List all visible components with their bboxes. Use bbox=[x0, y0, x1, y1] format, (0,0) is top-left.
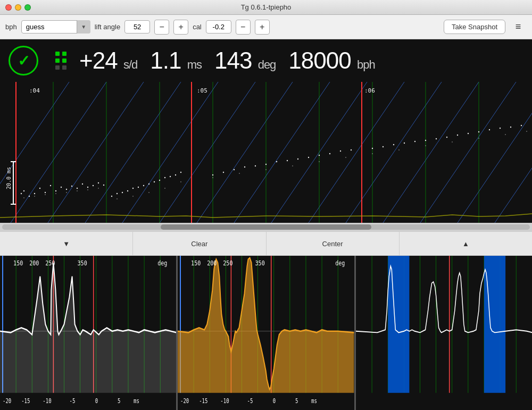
svg-text:0: 0 bbox=[95, 397, 98, 404]
svg-point-117 bbox=[452, 141, 453, 143]
waveform-scrollbar[interactable] bbox=[0, 223, 532, 231]
svg-point-68 bbox=[234, 169, 235, 170]
svg-point-50 bbox=[98, 182, 99, 183]
dot-2 bbox=[62, 52, 66, 56]
svg-point-45 bbox=[71, 186, 72, 187]
window-title: Tg 0.6.1-tpiepho bbox=[241, 3, 292, 11]
svg-point-44 bbox=[66, 189, 67, 190]
panel-blue-svg bbox=[356, 256, 532, 410]
minimize-button[interactable] bbox=[15, 4, 21, 11]
panel-yellow[interactable]: 150 200 250 350 deg -20 -15 -10 -5 0 5 m… bbox=[178, 256, 355, 410]
center-button[interactable]: Center bbox=[267, 232, 400, 255]
dot-6 bbox=[62, 65, 66, 70]
lift-angle-input[interactable] bbox=[124, 20, 150, 34]
svg-point-113 bbox=[345, 157, 346, 158]
bph-value: 18000 bph bbox=[288, 47, 375, 73]
scrollbar-track[interactable] bbox=[2, 224, 530, 230]
waveform-chart[interactable]: :04 :05 :06 20.0 ms bbox=[0, 82, 532, 223]
svg-point-39 bbox=[39, 188, 40, 189]
svg-point-98 bbox=[55, 193, 56, 194]
svg-point-97 bbox=[45, 194, 46, 195]
svg-point-120 bbox=[526, 131, 527, 132]
svg-point-65 bbox=[180, 172, 181, 173]
svg-point-40 bbox=[45, 192, 46, 193]
svg-point-102 bbox=[98, 188, 99, 189]
svg-point-85 bbox=[425, 140, 426, 141]
svg-point-70 bbox=[255, 165, 256, 166]
svg-point-89 bbox=[468, 133, 469, 134]
beat-value: 1.1 ms bbox=[150, 47, 202, 73]
snapshot-button[interactable]: Take Snapshot bbox=[444, 20, 505, 34]
svg-text:150: 150 bbox=[191, 259, 201, 267]
panel-white[interactable]: 150 200 250 350 deg -20 -15 -10 -5 0 5 m… bbox=[0, 256, 178, 410]
guess-select-wrapper[interactable]: guess 18000 21600 28800 36000 ▼ bbox=[21, 20, 90, 34]
svg-point-76 bbox=[319, 155, 320, 156]
svg-rect-177 bbox=[356, 256, 532, 410]
bph-label: bph bbox=[5, 23, 17, 31]
svg-point-49 bbox=[93, 185, 94, 186]
svg-text::04: :04 bbox=[29, 87, 40, 94]
svg-point-101 bbox=[87, 189, 88, 190]
svg-point-106 bbox=[164, 188, 165, 189]
svg-point-95 bbox=[23, 197, 24, 198]
cal-input[interactable] bbox=[206, 20, 231, 34]
svg-point-116 bbox=[425, 145, 426, 146]
window-controls[interactable] bbox=[5, 4, 31, 11]
svg-text:-10: -10 bbox=[221, 397, 229, 404]
svg-point-84 bbox=[414, 141, 415, 142]
svg-point-35 bbox=[21, 193, 22, 194]
svg-point-75 bbox=[308, 157, 309, 158]
svg-point-41 bbox=[50, 185, 51, 186]
svg-text:200: 200 bbox=[29, 259, 39, 267]
scrollbar-thumb[interactable] bbox=[161, 224, 372, 230]
svg-point-111 bbox=[292, 165, 293, 166]
menu-button[interactable]: ≡ bbox=[510, 19, 527, 36]
rate-value: +24 s/d bbox=[79, 47, 137, 73]
status-dots bbox=[55, 52, 66, 70]
svg-point-105 bbox=[148, 192, 149, 193]
svg-point-59 bbox=[148, 183, 149, 185]
lift-angle-plus-button[interactable]: + bbox=[173, 20, 188, 35]
svg-point-74 bbox=[297, 158, 298, 160]
svg-rect-190 bbox=[484, 256, 505, 393]
svg-point-82 bbox=[393, 144, 394, 145]
angle-value: 143 deg bbox=[214, 47, 276, 73]
svg-point-66 bbox=[212, 174, 213, 175]
svg-point-54 bbox=[122, 192, 123, 193]
svg-point-86 bbox=[436, 138, 437, 139]
stats-bar: ✓ +24 s/d 1.1 ms 143 deg 18000 bph bbox=[0, 39, 532, 82]
controls-row: ▼ Clear Center ▲ bbox=[0, 231, 532, 256]
bph-display: 18000 bph bbox=[288, 47, 375, 74]
panel-yellow-svg: 150 200 250 350 deg -20 -15 -10 -5 0 5 m… bbox=[178, 256, 354, 410]
cal-minus-button[interactable]: − bbox=[236, 20, 251, 35]
guess-select[interactable]: guess 18000 21600 28800 36000 bbox=[21, 20, 90, 34]
svg-point-43 bbox=[61, 187, 62, 188]
svg-text:350: 350 bbox=[78, 259, 87, 267]
svg-point-96 bbox=[34, 196, 35, 197]
svg-point-118 bbox=[478, 138, 479, 139]
svg-point-81 bbox=[383, 146, 384, 147]
svg-point-104 bbox=[132, 196, 134, 197]
clear-button[interactable]: Clear bbox=[133, 232, 266, 255]
svg-text:-5: -5 bbox=[70, 397, 76, 404]
svg-point-71 bbox=[265, 164, 267, 165]
svg-text:250: 250 bbox=[223, 259, 233, 267]
bottom-panels: 150 200 250 350 deg -20 -15 -10 -5 0 5 m… bbox=[0, 256, 532, 410]
svg-point-80 bbox=[372, 148, 373, 149]
svg-point-119 bbox=[505, 134, 506, 135]
rate-display: +24 s/d bbox=[79, 47, 137, 74]
waveform-svg: :04 :05 :06 20.0 ms bbox=[0, 82, 532, 223]
scroll-up-button[interactable]: ▲ bbox=[400, 232, 532, 255]
panel-blue[interactable] bbox=[356, 256, 532, 410]
dot-3 bbox=[55, 58, 60, 63]
svg-point-36 bbox=[23, 190, 24, 191]
maximize-button[interactable] bbox=[24, 4, 31, 11]
lift-angle-minus-button[interactable]: − bbox=[154, 20, 169, 35]
svg-point-78 bbox=[340, 150, 341, 152]
scroll-down-button[interactable]: ▼ bbox=[0, 232, 133, 255]
dot-1 bbox=[55, 52, 60, 56]
svg-point-87 bbox=[446, 137, 447, 138]
svg-point-92 bbox=[500, 128, 501, 129]
close-button[interactable] bbox=[5, 4, 12, 11]
cal-plus-button[interactable]: + bbox=[255, 20, 270, 35]
